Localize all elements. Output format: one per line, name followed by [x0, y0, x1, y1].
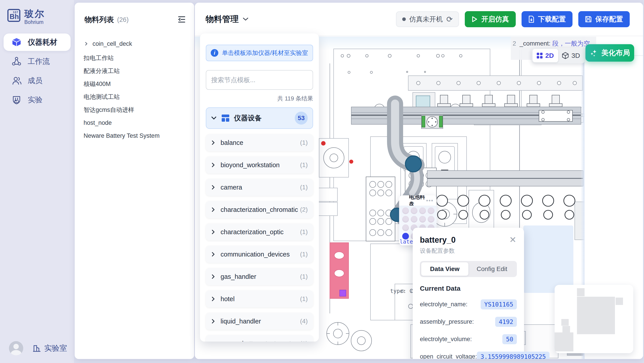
data-row: open_circuit_voltage: 3.1559998989105225: [420, 351, 517, 359]
material-tree-item[interactable]: coin_cell_deck: [84, 37, 188, 50]
template-search[interactable]: [206, 70, 313, 90]
data-label: assembly_pressure:: [420, 318, 474, 325]
sidebar-item-instruments[interactable]: 仪器耗材: [4, 33, 70, 51]
page-title[interactable]: 物料管理: [206, 14, 248, 25]
material-label: host_node: [84, 119, 112, 126]
battery-slot[interactable]: [419, 216, 426, 223]
chevron-down-icon: [211, 116, 216, 120]
category-instruments[interactable]: 仪器设备 53: [206, 107, 313, 129]
device-config-popup: ✕ battery_0 设备配置参数 Data View Config Edit…: [413, 228, 524, 359]
material-item[interactable]: 电池测试工站: [84, 90, 188, 103]
chevron-right-icon: [211, 296, 215, 302]
template-item-balance[interactable]: balance (1): [206, 134, 313, 151]
sidebar-nav: 仪器耗材 工作流 成员 实验: [4, 33, 70, 110]
popup-tabs: Data View Config Edit: [420, 261, 517, 277]
template-item-characterization-optic[interactable]: characterization_optic (1): [206, 223, 313, 240]
material-item[interactable]: 核磁400M: [84, 77, 188, 90]
template-item-hotel[interactable]: hotel (1): [206, 291, 313, 307]
save-config-label: 保存配置: [595, 14, 623, 24]
close-icon[interactable]: ✕: [508, 235, 517, 244]
battery-slot[interactable]: [402, 224, 409, 231]
logo-name-cn: 玻尔: [24, 9, 45, 19]
material-label: 配液分液工站: [84, 67, 120, 75]
sidebar-item-workflow[interactable]: 工作流: [4, 53, 70, 70]
battery-slot[interactable]: [402, 216, 409, 223]
material-item[interactable]: host_node: [84, 116, 188, 129]
workflow-icon: [12, 56, 22, 66]
template-item-liquid-handler[interactable]: liquid_handler (4): [206, 313, 313, 330]
sidebar-item-experiments[interactable]: 实验: [4, 91, 70, 108]
chevron-right-icon: [211, 319, 215, 324]
simulation-status[interactable]: 仿真未开机 ⟳: [396, 11, 459, 27]
template-label: balance: [220, 139, 243, 146]
chevron-right-icon: [211, 274, 215, 279]
material-item[interactable]: Neware Battery Test System: [84, 129, 188, 142]
sidebar-item-label: 工作流: [28, 56, 50, 66]
beautify-layout-button[interactable]: 美化布局: [586, 44, 634, 62]
plate-label-fragment: late: [400, 238, 413, 245]
bohrium-logo-icon: 107 Bh: [7, 9, 20, 22]
template-item-communication-devices[interactable]: communication_devices (1): [206, 246, 313, 263]
battery-slot[interactable]: [428, 207, 434, 214]
material-item[interactable]: 扣电工作站: [84, 51, 188, 64]
category-grid-icon: [222, 114, 230, 122]
more-menu-icon[interactable]: •••: [426, 199, 434, 202]
view-2d-button[interactable]: 2D: [532, 49, 558, 62]
data-value: YS101165: [481, 299, 517, 310]
tab-config-edit[interactable]: Config Edit: [468, 262, 516, 276]
chevron-right-icon: [211, 341, 212, 342]
battery-slot[interactable]: [402, 207, 409, 214]
start-simulation-label: 开启仿真: [481, 14, 509, 24]
page-title-text: 物料管理: [206, 14, 239, 25]
lab-switcher[interactable]: 实验室: [32, 343, 67, 354]
result-count: 共 119 条结果: [206, 95, 313, 102]
selection-highlight: [523, 226, 574, 293]
chevron-right-icon: [211, 252, 215, 257]
material-item[interactable]: 配液分液工站: [84, 64, 188, 77]
category-label: 仪器设备: [234, 113, 262, 123]
chevron-right-icon[interactable]: [84, 41, 88, 46]
template-count: (1): [300, 273, 308, 280]
building-icon: [32, 344, 41, 353]
materials-count: (26): [117, 16, 129, 23]
template-item-gas-handler[interactable]: gas_handler (1): [206, 268, 313, 285]
play-icon: [472, 16, 478, 22]
status-dot-icon: [402, 17, 406, 21]
battery-slot[interactable]: [419, 207, 426, 214]
save-config-button[interactable]: 保存配置: [578, 11, 630, 27]
tab-data-view[interactable]: Data View: [421, 262, 468, 276]
material-label: coin_cell_deck: [92, 40, 132, 47]
lab-label: 实验室: [44, 343, 67, 354]
template-item-camera[interactable]: camera (1): [206, 179, 313, 196]
data-value: 50: [502, 334, 517, 344]
template-count: (2): [300, 206, 308, 213]
chevron-right-icon: [211, 140, 215, 145]
template-item-characterization-chromatic[interactable]: characterization_chromatic (2): [206, 201, 313, 218]
sidebar-item-members[interactable]: 成员: [4, 72, 70, 89]
status-text: 仿真未开机: [409, 15, 443, 24]
sidebar-item-label: 成员: [28, 76, 42, 86]
battery-slot[interactable]: [411, 207, 418, 214]
template-count: (1): [300, 340, 308, 342]
start-simulation-button[interactable]: 开启仿真: [465, 11, 516, 27]
comment-key: _comment:: [520, 40, 550, 47]
battery-slot[interactable]: [411, 216, 418, 223]
refresh-icon[interactable]: ⟳: [446, 15, 453, 23]
save-icon: [585, 16, 592, 22]
template-item-bioyond-workstation[interactable]: bioyond_workstation (1): [206, 156, 313, 173]
sidebar: 107 Bh 玻尔 Bohrium 仪器耗材 工作流 成员 实验 实验室: [0, 0, 74, 363]
material-item[interactable]: 智达gcms自动进样: [84, 103, 188, 116]
view-3d-button[interactable]: 3D: [558, 49, 584, 62]
template-label: communication_devices: [220, 251, 290, 258]
user-avatar[interactable]: [9, 341, 23, 356]
sparkles-icon: [590, 49, 598, 57]
search-input[interactable]: [211, 76, 308, 84]
battery-slot[interactable]: [428, 216, 434, 223]
template-label: characterization_optic: [220, 228, 284, 236]
collapse-panel-icon[interactable]: [177, 16, 186, 24]
download-config-button[interactable]: 下载配置: [522, 11, 572, 27]
popup-subtitle: 设备配置参数: [420, 247, 517, 255]
minimap[interactable]: [554, 285, 633, 353]
category-count-badge: 53: [295, 112, 308, 125]
template-item-neware-battery-test-system[interactable]: neware_battery_test_system (1): [206, 335, 313, 342]
